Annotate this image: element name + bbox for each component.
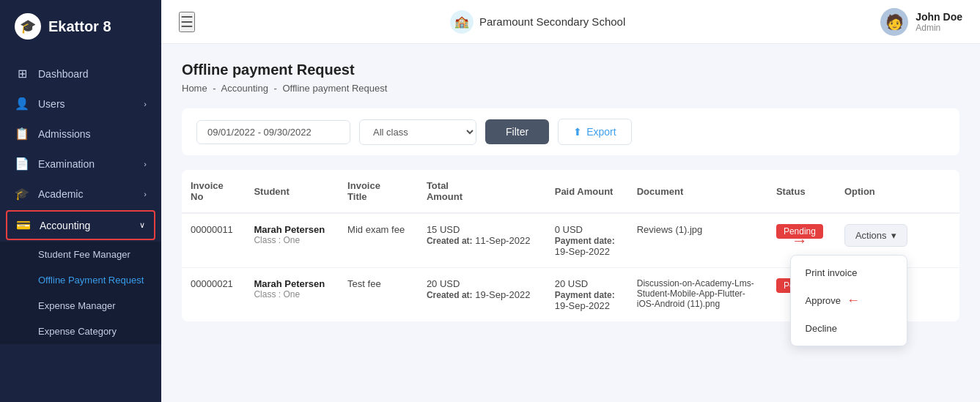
accounting-icon: 💳 — [16, 218, 31, 232]
school-icon: 🏫 — [450, 10, 474, 34]
header-center: 🏫 Paramount Secondary School — [207, 10, 869, 34]
sidebar-item-label: Accounting — [40, 220, 90, 231]
table-header-row: InvoiceNo Student InvoiceTitle TotalAmou… — [182, 170, 959, 213]
breadcrumb-sep1: - — [213, 83, 215, 94]
sidebar: 🎓 Ekattor 8 ⊞ Dashboard 👤 Users › 📋 Admi… — [0, 0, 161, 402]
academic-icon: 🎓 — [15, 187, 29, 201]
red-arrow-indicator: → — [792, 231, 808, 250]
student-name: Marah Petersen — [254, 278, 330, 289]
dashboard-icon: ⊞ — [15, 67, 29, 81]
menu-toggle-button[interactable]: ☰ — [179, 12, 195, 32]
avatar: 🧑 — [880, 8, 908, 36]
dropdown-item-print-invoice[interactable]: Print invoice — [791, 260, 907, 286]
users-icon: 👤 — [15, 97, 29, 111]
actions-button[interactable]: Actions ▾ — [844, 224, 907, 247]
export-button[interactable]: ⬆ Export — [558, 119, 631, 145]
page-title: Offline payment Request — [182, 62, 959, 78]
sidebar-item-student-fee-manager[interactable]: Student Fee Manager — [0, 242, 161, 267]
option-cell: Actions ▾ Print invoice Approve ← — [836, 213, 959, 268]
sidebar-item-label: Admissions — [38, 128, 91, 140]
school-name: Paramount Secondary School — [479, 15, 625, 28]
col-document: Document — [628, 170, 767, 213]
sidebar-item-academic[interactable]: 🎓 Academic › — [0, 179, 161, 209]
chevron-down-icon: ∨ — [139, 220, 145, 230]
sidebar-item-label: Users — [38, 98, 65, 110]
admissions-icon: 📋 — [15, 127, 29, 141]
dropdown-item-decline[interactable]: Decline — [791, 316, 907, 341]
approve-arrow-indicator: ← — [847, 293, 860, 308]
accounting-submenu: Student Fee Manager Offline Payment Requ… — [0, 242, 161, 344]
chevron-right-icon: › — [144, 100, 147, 108]
app-logo[interactable]: 🎓 Ekattor 8 — [0, 0, 161, 53]
paid-amount-cell: 20 USD Payment date:19-Sep-2022 — [546, 268, 628, 322]
student-cell: Marah Petersen Class : One — [245, 268, 339, 322]
examination-icon: 📄 — [15, 157, 29, 171]
student-class: Class : One — [254, 235, 330, 245]
dropdown-item-approve[interactable]: Approve ← — [791, 286, 907, 316]
date-range-input[interactable] — [196, 120, 350, 144]
breadcrumb-accounting[interactable]: Accounting — [221, 83, 268, 94]
sidebar-item-label: Dashboard — [38, 68, 89, 80]
user-info: John Doe Admin — [915, 11, 962, 33]
student-class: Class : One — [254, 289, 330, 299]
invoice-title-cell: Mid exam fee — [339, 213, 418, 268]
sidebar-nav: ⊞ Dashboard 👤 Users › 📋 Admissions 📄 Exa… — [0, 53, 161, 402]
main-area: ☰ 🏫 Paramount Secondary School 🧑 John Do… — [161, 0, 980, 402]
export-icon: ⬆ — [573, 126, 582, 138]
sidebar-item-expense-category[interactable]: Expense Category — [0, 319, 161, 344]
user-name: John Doe — [915, 11, 962, 23]
paid-amount-cell: 0 USD Payment date:19-Sep-2022 — [546, 213, 628, 268]
chevron-right-icon: › — [144, 160, 147, 168]
sidebar-item-accounting[interactable]: 💳 Accounting ∨ — [6, 210, 155, 240]
breadcrumb-current: Offline payment Request — [282, 83, 387, 94]
sidebar-item-admissions[interactable]: 📋 Admissions — [0, 119, 161, 149]
app-name: Ekattor 8 — [48, 18, 111, 35]
document-cell: Discussion-on-Academy-Lms-Student-Mobile… — [628, 268, 767, 322]
col-total-amount: TotalAmount — [418, 170, 546, 213]
col-student: Student — [245, 170, 339, 213]
actions-dropdown: Print invoice Approve ← Decline — [790, 255, 907, 346]
sidebar-item-dashboard[interactable]: ⊞ Dashboard — [0, 59, 161, 89]
sidebar-item-examination[interactable]: 📄 Examination › — [0, 149, 161, 179]
filter-bar: All class Filter ⬆ Export — [182, 108, 959, 155]
header-user: 🧑 John Doe Admin — [880, 8, 962, 36]
filter-button[interactable]: Filter — [485, 119, 549, 144]
col-status: Status — [767, 170, 836, 213]
student-cell: Marah Petersen Class : One — [245, 213, 339, 268]
total-amount-cell: 20 USD Created at: 19-Sep-2022 — [418, 268, 546, 322]
student-name: Marah Petersen — [254, 224, 330, 235]
table-wrapper: InvoiceNo Student InvoiceTitle TotalAmou… — [182, 170, 959, 321]
sidebar-item-label: Academic — [38, 188, 83, 200]
sidebar-item-label: Examination — [38, 158, 95, 170]
content-area: Offline payment Request Home - Accountin… — [161, 44, 980, 402]
col-paid-amount: Paid Amount — [546, 170, 628, 213]
sidebar-item-expense-manager[interactable]: Expense Manager — [0, 293, 161, 319]
breadcrumb-home[interactable]: Home — [182, 83, 207, 94]
invoice-no-cell: 00000021 — [182, 268, 245, 322]
class-select[interactable]: All class — [359, 119, 476, 145]
table-row: 00000011 Marah Petersen Class : One Mid … — [182, 213, 959, 268]
total-amount-cell: 15 USD Created at: 11-Sep-2022 — [418, 213, 546, 268]
breadcrumb: Home - Accounting - Offline payment Requ… — [182, 83, 959, 94]
document-cell: Reviews (1).jpg — [628, 213, 767, 268]
sidebar-item-users[interactable]: 👤 Users › — [0, 89, 161, 119]
col-invoice-no: InvoiceNo — [182, 170, 245, 213]
chevron-down-icon: ▾ — [891, 230, 896, 241]
col-invoice-title: InvoiceTitle — [339, 170, 418, 213]
logo-icon: 🎓 — [15, 13, 41, 40]
invoices-table: InvoiceNo Student InvoiceTitle TotalAmou… — [182, 170, 959, 321]
header: ☰ 🏫 Paramount Secondary School 🧑 John Do… — [161, 0, 980, 44]
chevron-right-icon: › — [144, 190, 147, 198]
col-option: Option — [836, 170, 959, 213]
sidebar-item-offline-payment-request[interactable]: Offline Payment Request — [0, 267, 161, 293]
invoice-no-cell: 00000011 — [182, 213, 245, 268]
invoice-title-cell: Test fee — [339, 268, 418, 322]
breadcrumb-sep2: - — [274, 83, 277, 94]
user-role: Admin — [915, 23, 962, 33]
